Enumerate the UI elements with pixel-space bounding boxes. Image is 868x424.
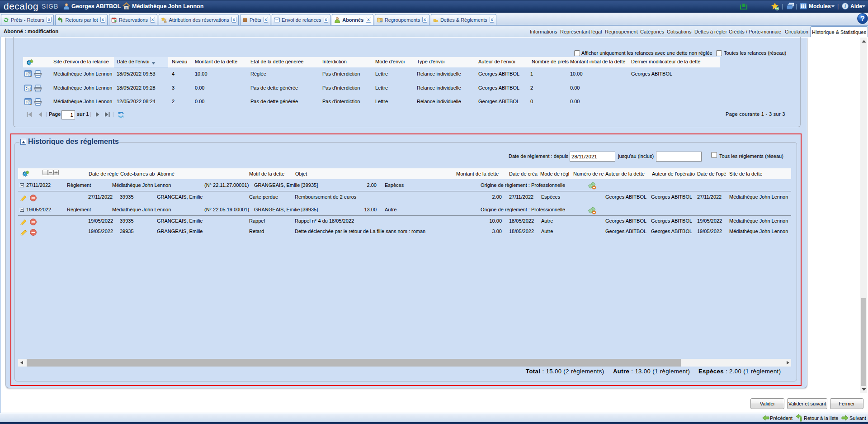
svg-text:?: ? [860,15,865,23]
